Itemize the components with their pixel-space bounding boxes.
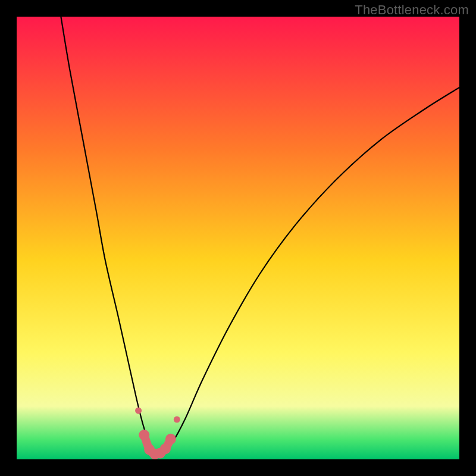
marker-dot <box>174 416 180 423</box>
bottleneck-chart <box>17 17 459 459</box>
marker-dot <box>160 443 171 454</box>
stage: TheBottleneck.com <box>0 0 476 476</box>
marker-dot <box>139 430 149 440</box>
chart-svg <box>17 17 459 459</box>
marker-dot <box>135 408 142 414</box>
chart-background <box>17 17 459 459</box>
watermark-text: TheBottleneck.com <box>355 2 469 18</box>
marker-dot <box>165 434 176 444</box>
